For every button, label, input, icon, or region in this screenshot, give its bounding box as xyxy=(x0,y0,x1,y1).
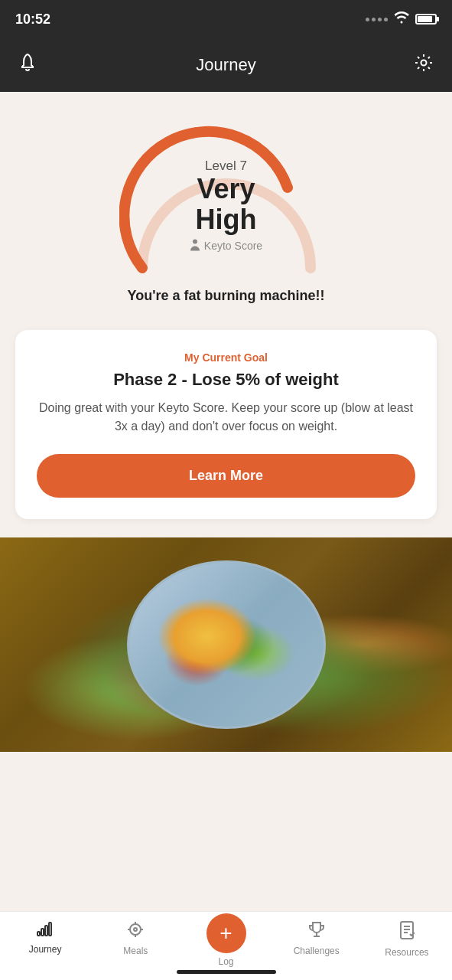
settings-icon[interactable] xyxy=(414,53,434,77)
goal-title: Phase 2 - Lose 5% of weight xyxy=(37,370,415,390)
nav-label-meals: Meals xyxy=(123,946,148,956)
svg-point-6 xyxy=(130,924,141,935)
status-bar: 10:52 xyxy=(0,0,452,38)
svg-point-0 xyxy=(421,60,427,66)
food-image-section xyxy=(0,537,452,752)
nav-item-meals[interactable]: Meals xyxy=(90,921,180,956)
battery-icon xyxy=(415,14,437,24)
app-header: Journey xyxy=(0,38,452,92)
svg-point-1 xyxy=(193,240,197,244)
svg-rect-4 xyxy=(45,926,47,936)
nav-label-journey: Journey xyxy=(29,944,62,955)
bell-icon[interactable] xyxy=(18,53,37,77)
nav-item-journey[interactable]: Journey xyxy=(0,921,90,955)
nav-item-challenges[interactable]: Challenges xyxy=(272,921,362,956)
challenges-icon xyxy=(308,921,325,942)
learn-more-button[interactable]: Learn More xyxy=(37,454,415,498)
page-title: Journey xyxy=(196,55,255,75)
home-indicator xyxy=(177,970,276,974)
journey-icon xyxy=(36,921,54,941)
nav-label-challenges: Challenges xyxy=(294,946,340,956)
gauge-label: Keyto Score xyxy=(204,240,262,253)
resources-icon xyxy=(399,921,415,944)
goal-card: My Current Goal Phase 2 - Lose 5% of wei… xyxy=(15,330,437,519)
goal-description: Doing great with your Keyto Score. Keep … xyxy=(37,399,415,436)
food-plate xyxy=(127,560,326,729)
main-content: Level 7 Very High Keyto Score You're a f… xyxy=(0,92,452,828)
person-icon xyxy=(190,238,200,255)
svg-rect-2 xyxy=(37,932,40,936)
meals-icon xyxy=(126,921,145,942)
nav-item-resources[interactable]: Resources xyxy=(362,921,452,958)
gauge-container: Level 7 Very High Keyto Score xyxy=(119,122,333,276)
svg-point-7 xyxy=(134,928,137,931)
food-image xyxy=(0,537,452,752)
signal-dots-icon xyxy=(366,18,388,21)
nav-label-resources: Resources xyxy=(385,947,428,958)
svg-rect-3 xyxy=(41,929,44,936)
goal-section-label: My Current Goal xyxy=(37,351,415,364)
log-add-button[interactable]: + xyxy=(206,913,246,953)
wifi-icon xyxy=(394,11,409,27)
status-icons xyxy=(366,11,437,27)
gauge-section: Level 7 Very High Keyto Score You're a f… xyxy=(0,107,452,312)
nav-label-log: Log xyxy=(218,956,233,967)
nav-item-log[interactable]: + Log xyxy=(180,921,271,967)
gauge-center: Level 7 Very High Keyto Score xyxy=(173,158,280,254)
svg-rect-5 xyxy=(49,923,51,936)
plus-icon: + xyxy=(219,923,232,944)
status-time: 10:52 xyxy=(15,11,50,28)
gauge-value: Very High xyxy=(173,174,280,234)
gauge-label-row: Keyto Score xyxy=(173,238,280,255)
gauge-level: Level 7 xyxy=(173,158,280,174)
